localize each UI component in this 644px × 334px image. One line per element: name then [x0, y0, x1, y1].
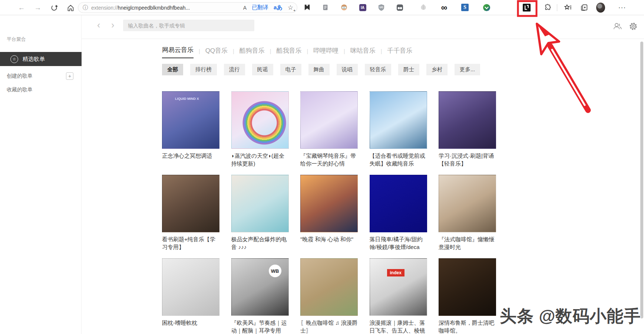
refresh-icon[interactable] — [49, 3, 59, 13]
tab-千千音乐[interactable]: 千千音乐 — [387, 46, 412, 58]
playlist-card[interactable]: "晚霞 和海 心动 和你" — [300, 175, 358, 258]
playlist-card[interactable]: 【适合看书或睡觉前或失眠】收藏纯音乐 — [370, 91, 427, 175]
category-chip-排行榜[interactable]: 排行榜 — [190, 64, 217, 75]
translate-icon[interactable]: aあ — [274, 4, 283, 11]
playlist-title[interactable]: 深情布鲁斯，爵士清吧咖啡馆。 — [439, 319, 496, 334]
users-icon[interactable] — [612, 22, 622, 32]
tab-separator: | — [381, 48, 382, 58]
playlist-cover[interactable] — [370, 91, 427, 149]
playlist-title[interactable]: 困枕-嗜睡軟枕 — [162, 319, 219, 327]
tab-咪咕音乐[interactable]: 咪咕音乐 — [350, 46, 376, 58]
playlist-title[interactable]: 极品女声配合爆炸的电音 ♪♪♪ — [231, 235, 289, 251]
playlist-title[interactable]: 正念净心之冥想调适 — [162, 152, 219, 160]
add-playlist-button[interactable]: + — [66, 72, 73, 80]
category-chip-流行[interactable]: 流行 — [224, 64, 245, 75]
read-aloud-icon[interactable]: A — [243, 5, 247, 11]
tab-酷狗音乐[interactable]: 酷狗音乐 — [240, 46, 265, 58]
playlist-cover[interactable] — [439, 91, 496, 149]
tab-QQ音乐[interactable]: QQ音乐 — [205, 46, 228, 58]
playlist-card[interactable]: LIQUID MIND X正念净心之冥想调适 — [162, 91, 219, 175]
infinity-extension-icon[interactable]: ∞ — [440, 3, 449, 12]
playlist-cover[interactable] — [162, 258, 219, 316]
address-bar[interactable]: ⓘ extension://hneiglcmpeedblkmbndhfbeah.… — [78, 2, 297, 13]
category-chip-舞曲[interactable]: 舞曲 — [308, 64, 330, 75]
playlist-title[interactable]: 学习·沉浸式·刷题|背诵【轻音乐】 — [439, 152, 496, 167]
playlist-title[interactable]: "晚霞 和海 心动 和你" — [300, 235, 358, 243]
back-icon[interactable]: ← — [16, 3, 27, 13]
playlist-card[interactable]: 『法式咖啡馆』慵懒惬意漫时光 — [439, 175, 496, 258]
dual-dots-extension-icon[interactable] — [395, 3, 404, 12]
playlist-cover[interactable] — [439, 175, 496, 232]
ublock-shield-extension-icon[interactable]: UO — [377, 3, 386, 12]
playlist-cover[interactable] — [439, 258, 496, 316]
scrollbar-thumb[interactable] — [640, 42, 643, 318]
playlist-cover[interactable] — [370, 175, 427, 232]
reader-face-extension-icon[interactable] — [340, 3, 349, 12]
playlist-cover[interactable]: index — [370, 258, 427, 316]
browser-menu-icon[interactable]: ··· — [618, 3, 627, 12]
playlist-card[interactable]: 极品女声配合爆炸的电音 ♪♪♪ — [231, 175, 289, 258]
singlefile-extension-icon[interactable]: S — [460, 3, 469, 12]
playlist-card[interactable]: ◗蒸汽波の天空◗(超全持续更新) — [231, 91, 289, 175]
playlist-cover[interactable] — [300, 91, 358, 149]
category-chip-更多...[interactable]: 更多... — [455, 64, 480, 75]
forward-icon[interactable]: → — [33, 3, 43, 13]
internet-archive-extension-icon[interactable]: IA — [358, 3, 367, 12]
notes-extension-icon[interactable] — [321, 3, 330, 12]
category-chip-乡村[interactable]: 乡村 — [426, 64, 448, 75]
search-input[interactable] — [123, 20, 254, 31]
sidebar-item-featured-playlists[interactable]: ☆ 精选歌单 — [0, 52, 82, 66]
playlist-cover[interactable]: WB — [231, 258, 289, 316]
sidebar-item-created-playlists[interactable]: 创建的歌单 + — [0, 69, 82, 83]
playlist-cover[interactable] — [300, 175, 358, 232]
sidebar-item-favorited-playlists[interactable]: 收藏的歌单 — [0, 83, 82, 97]
download-manager-extension-icon[interactable] — [482, 3, 491, 12]
playlist-card[interactable]: 看书刷题+纯音乐【学习专用】 — [162, 175, 219, 258]
site-info-icon[interactable]: ⓘ — [83, 4, 88, 11]
playlist-card[interactable]: 困枕-嗜睡軟枕 — [162, 258, 219, 334]
playlist-title[interactable]: 〖晚点咖啡馆 ♫ 浪漫爵士〗 — [300, 319, 358, 334]
add-favorite-icon[interactable]: ☆+ — [288, 4, 293, 12]
playlist-cover[interactable] — [162, 175, 219, 232]
category-chip-说唱[interactable]: 说唱 — [337, 64, 358, 75]
playlist-title[interactable]: 『欧美风』节奏感｜运动｜醒脑｜耳孕专用 — [231, 319, 289, 334]
collections-icon[interactable] — [580, 3, 589, 12]
category-chip-全部[interactable]: 全部 — [162, 64, 183, 75]
playlist-cover[interactable]: LIQUID MIND X — [162, 91, 219, 149]
tab-酷我音乐[interactable]: 酷我音乐 — [276, 46, 301, 58]
playlist-title[interactable]: 【适合看书或睡觉前或失眠】收藏纯音乐 — [370, 152, 427, 167]
tab-网易云音乐[interactable]: 网易云音乐 — [162, 46, 194, 58]
home-icon[interactable] — [65, 3, 76, 13]
playlist-cover[interactable] — [231, 175, 289, 232]
playlist-title[interactable]: ◗蒸汽波の天空◗(超全持续更新) — [231, 152, 289, 167]
category-chip-电子[interactable]: 电子 — [280, 64, 301, 75]
favorites-hub-icon[interactable] — [564, 3, 572, 12]
playlist-card[interactable]: WB『欧美风』节奏感｜运动｜醒脑｜耳孕专用 — [231, 258, 289, 334]
playlist-card[interactable]: index浪漫摇滚｜康姆士、落日飞车、告五人、棱镜 — [370, 258, 427, 334]
translated-status[interactable]: 已翻译 — [252, 4, 268, 11]
listen1-extension-icon[interactable] — [522, 3, 531, 12]
playlist-cover[interactable] — [231, 91, 289, 149]
profile-avatar[interactable] — [596, 3, 605, 12]
playlist-card[interactable]: 深情布鲁斯，爵士清吧咖啡馆。 — [439, 258, 496, 334]
tab-哔哩哔哩[interactable]: 哔哩哔哩 — [313, 46, 338, 58]
category-chip-民谣[interactable]: 民谣 — [252, 64, 273, 75]
playlist-card[interactable]: 『宝藏钢琴纯音乐』带给你一天的好心情 — [300, 91, 358, 175]
category-chip-爵士[interactable]: 爵士 — [398, 64, 419, 75]
history-back-icon[interactable]: ‹ — [97, 20, 100, 30]
playlist-title[interactable]: 浪漫摇滚｜康姆士、落日飞车、告五人、棱镜 — [370, 319, 427, 334]
settings-gear-icon[interactable] — [629, 22, 638, 32]
playlist-title[interactable]: 『法式咖啡馆』慵懒惬意漫时光 — [439, 235, 496, 251]
bookmark-shield-extension-icon[interactable] — [303, 3, 311, 12]
playlist-title[interactable]: 『宝藏钢琴纯音乐』带给你一天的好心情 — [300, 152, 358, 167]
playlist-cover[interactable] — [300, 258, 358, 316]
extensions-puzzle-icon[interactable] — [543, 3, 552, 12]
category-chip-轻音乐[interactable]: 轻音乐 — [365, 64, 392, 75]
playlist-title[interactable]: 落日飛車/橘子海/甜約翰/棱鏡/事後煙/deca — [370, 235, 427, 251]
playlist-card[interactable]: 学习·沉浸式·刷题|背诵【轻音乐】 — [439, 91, 496, 175]
playlist-title[interactable]: 看书刷题+纯音乐【学习专用】 — [162, 235, 219, 251]
history-forward-icon[interactable]: › — [111, 20, 114, 30]
playlist-card[interactable]: 〖晚点咖啡馆 ♫ 浪漫爵士〗 — [300, 258, 358, 334]
playlist-card[interactable]: 落日飛車/橘子海/甜約翰/棱鏡/事後煙/deca — [370, 175, 427, 258]
petal-extension-icon[interactable] — [419, 3, 428, 12]
